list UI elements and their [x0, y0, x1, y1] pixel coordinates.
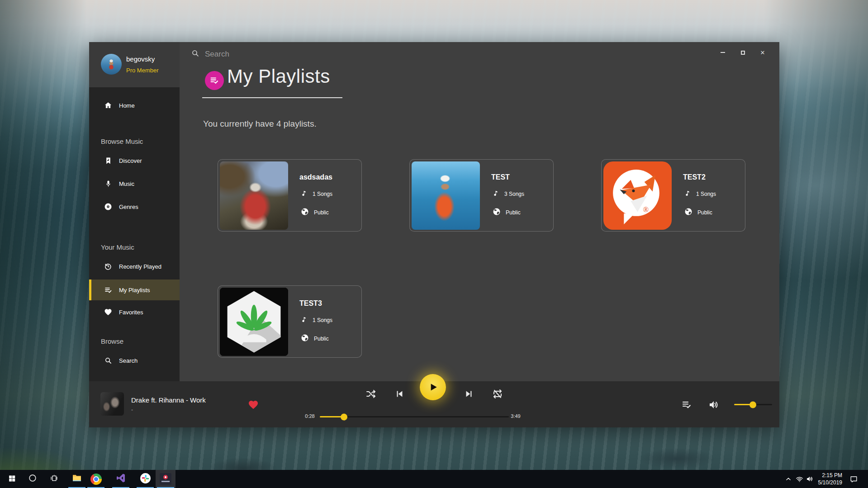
screen: begovsky Pro Member Home Browse Music Di… [0, 0, 868, 488]
close-button[interactable]: ✕ [756, 47, 769, 57]
maximize-button[interactable] [736, 47, 749, 57]
page-title: My Playlists [227, 66, 330, 87]
playlist-visibility: Public [697, 209, 712, 216]
playlist-name: asdsadas [299, 173, 332, 181]
user-profile[interactable]: begovsky Pro Member [89, 42, 180, 87]
music-note-icon [684, 190, 691, 199]
sidebar-item-home[interactable]: Home [89, 98, 180, 113]
now-playing-artwork[interactable] [100, 392, 124, 416]
playlist-song-count: 3 Songs [504, 191, 524, 197]
section-browse-music: Browse Music [101, 137, 143, 145]
slack-icon [140, 473, 151, 486]
taskbar-clock[interactable]: 2:15 PM 5/10/2019 [813, 472, 842, 486]
elapsed-time: 0:28 [300, 413, 320, 419]
playlist-cover-image: ® [603, 161, 672, 230]
title-underline [202, 97, 342, 98]
volume-thumb[interactable] [749, 401, 756, 408]
sidebar: begovsky Pro Member Home Browse Music Di… [89, 42, 180, 381]
progress-thumb[interactable] [341, 413, 347, 420]
username: begovsky [126, 55, 155, 63]
wifi-icon[interactable] [794, 474, 804, 483]
visual-studio-button[interactable] [111, 470, 131, 488]
music-app-taskbar-button[interactable] [156, 470, 175, 488]
playlist-song-count: 1 Songs [313, 317, 332, 323]
playlist-cover-image [220, 161, 288, 230]
search-input[interactable] [205, 50, 386, 59]
playlist-visibility: Public [314, 209, 329, 216]
start-button[interactable] [2, 470, 22, 488]
volume-fill [734, 404, 753, 405]
music-app-window: begovsky Pro Member Home Browse Music Di… [89, 42, 779, 427]
section-your-music: Your Music [101, 243, 134, 251]
repeat-off-button[interactable] [492, 388, 503, 400]
music-note-icon [493, 190, 499, 199]
tray-chevron-icon[interactable] [783, 474, 793, 483]
playlist-visibility: Public [506, 209, 521, 216]
playlist-check-icon [104, 285, 113, 294]
previous-button[interactable] [394, 388, 405, 400]
playlist-cover-image [220, 288, 288, 356]
sidebar-item-music[interactable]: Music [89, 176, 180, 191]
music-note-icon [301, 190, 308, 199]
sidebar-item-genres[interactable]: Genres [89, 199, 180, 214]
sidebar-item-discover[interactable]: Discover [89, 153, 180, 168]
membership-badge: Pro Member [126, 67, 159, 74]
progress-slider[interactable] [320, 416, 509, 417]
volume-icon[interactable] [708, 399, 719, 410]
search-icon [104, 356, 113, 365]
sidebar-item-label: Search [119, 357, 138, 364]
slack-button[interactable] [135, 470, 155, 488]
globe-icon [301, 334, 309, 343]
window-controls: ✕ [716, 47, 769, 57]
play-button[interactable] [420, 374, 446, 400]
playlist-song-count: 1 Songs [313, 191, 332, 197]
heart-icon [104, 308, 113, 317]
favorite-heart-button[interactable] [248, 399, 259, 410]
playlist-name: TEST [491, 173, 510, 181]
queue-icon[interactable] [681, 399, 692, 410]
now-playing-title: Drake ft. Rihanna - Work [131, 396, 206, 404]
next-button[interactable] [463, 388, 475, 400]
shuffle-button[interactable] [365, 388, 377, 400]
playlist-badge-icon [205, 71, 224, 90]
search-icon [191, 49, 199, 59]
playlist-name: TEST3 [299, 299, 322, 308]
page-subtitle: You currently have 4 playlists. [203, 119, 317, 129]
sidebar-item-my-playlists[interactable]: My Playlists [89, 280, 180, 300]
windows-taskbar: 2:15 PM 5/10/2019 [0, 470, 868, 488]
playlist-name: TEST2 [683, 173, 706, 181]
chrome-button[interactable] [86, 470, 106, 488]
search-bar[interactable] [191, 47, 463, 61]
globe-icon [684, 208, 693, 217]
visual-studio-icon [115, 473, 126, 485]
cortana-button[interactable] [23, 470, 43, 488]
sidebar-item-label: Recently Played [119, 263, 161, 270]
music-note-icon [301, 316, 308, 325]
clock-date: 5/10/2019 [813, 479, 842, 486]
avatar[interactable] [101, 54, 122, 75]
record-icon [104, 202, 113, 211]
volume-slider[interactable] [734, 404, 772, 405]
microphone-icon [104, 179, 113, 188]
progress-fill [320, 416, 344, 417]
playlist-card[interactable]: TEST 3 Songs Public [409, 159, 554, 232]
sidebar-item-favorites[interactable]: Favorites [89, 304, 180, 320]
windows-logo-icon [8, 474, 16, 484]
sidebar-item-recently-played[interactable]: Recently Played [89, 259, 180, 274]
chrome-icon [90, 474, 102, 485]
cortana-icon [28, 474, 37, 484]
sidebar-item-label: Music [119, 180, 134, 187]
sidebar-item-search[interactable]: Search [89, 353, 180, 368]
playlist-card[interactable]: TEST3 1 Songs Public [218, 285, 362, 358]
playlist-card[interactable]: ® TEST2 1 Songs Public [601, 159, 745, 232]
file-explorer-button[interactable] [67, 470, 87, 488]
task-view-button[interactable] [44, 470, 64, 488]
svg-text:®: ® [643, 205, 649, 214]
bookmark-music-icon [104, 156, 113, 165]
playlist-song-count: 1 Songs [696, 191, 716, 197]
minimize-button[interactable] [716, 47, 730, 57]
action-center-icon[interactable] [849, 474, 859, 483]
sidebar-item-label: Genres [119, 204, 138, 210]
playlist-cover-image [412, 161, 480, 230]
playlist-card[interactable]: asdsadas 1 Songs Public [218, 159, 362, 232]
